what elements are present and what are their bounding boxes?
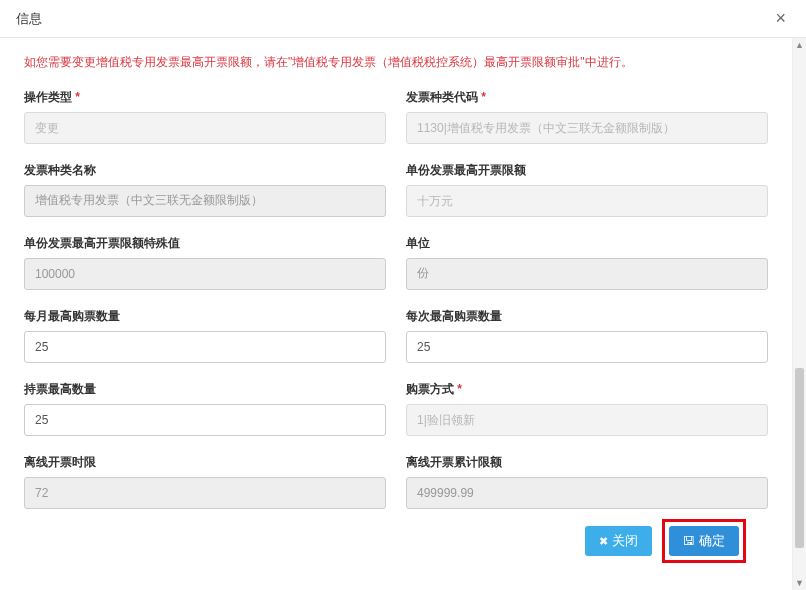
select-max-limit[interactable]: 十万元 bbox=[406, 185, 768, 217]
field-monthly-max: 每月最高购票数量 bbox=[24, 308, 386, 363]
label-invoice-code: 发票种类代码 bbox=[406, 89, 768, 106]
field-per-time-max: 每次最高购票数量 bbox=[406, 308, 768, 363]
notice-text: 如您需要变更增值税专用发票最高开票限额，请在"增值税专用发票（增值税税控系统）最… bbox=[24, 54, 768, 71]
save-icon bbox=[683, 533, 695, 548]
content-area: 如您需要变更增值税专用发票最高开票限额，请在"增值税专用发票（增值税税控系统）最… bbox=[0, 38, 806, 590]
cancel-button[interactable]: 关闭 bbox=[585, 526, 652, 556]
label-buy-method: 购票方式 bbox=[406, 381, 768, 398]
close-x-icon bbox=[599, 533, 608, 548]
field-offline-total: 离线开票累计限额 bbox=[406, 454, 768, 509]
label-unit: 单位 bbox=[406, 235, 768, 252]
confirm-button[interactable]: 确定 bbox=[669, 526, 739, 556]
input-offline-hours[interactable] bbox=[24, 477, 386, 509]
field-invoice-code: 发票种类代码 1130|增值税专用发票（中文三联无金额限制版） bbox=[406, 89, 768, 144]
scroll-down-icon[interactable]: ▼ bbox=[793, 576, 806, 590]
field-invoice-name: 发票种类名称 bbox=[24, 162, 386, 217]
field-op-type: 操作类型 变更 bbox=[24, 89, 386, 144]
field-hold-max: 持票最高数量 bbox=[24, 381, 386, 436]
scrollbar[interactable]: ▲ ▼ bbox=[792, 38, 806, 590]
input-unit[interactable] bbox=[406, 258, 768, 290]
label-per-time-max: 每次最高购票数量 bbox=[406, 308, 768, 325]
modal-body: 如您需要变更增值税专用发票最高开票限额，请在"增值税专用发票（增值税税控系统）最… bbox=[0, 38, 792, 590]
input-hold-max[interactable] bbox=[24, 404, 386, 436]
close-icon[interactable]: × bbox=[771, 4, 790, 33]
scrollbar-thumb[interactable] bbox=[795, 368, 804, 548]
field-max-limit: 单份发票最高开票限额 十万元 bbox=[406, 162, 768, 217]
confirm-highlight: 确定 bbox=[662, 519, 746, 563]
field-offline-hours: 离线开票时限 bbox=[24, 454, 386, 509]
modal-header: 信息 × bbox=[0, 0, 806, 38]
select-buy-method[interactable]: 1|验旧领新 bbox=[406, 404, 768, 436]
field-unit: 单位 bbox=[406, 235, 768, 290]
label-invoice-name: 发票种类名称 bbox=[24, 162, 386, 179]
label-op-type: 操作类型 bbox=[24, 89, 386, 106]
modal-footer: 关闭 确定 bbox=[24, 509, 768, 583]
input-offline-total[interactable] bbox=[406, 477, 768, 509]
label-offline-hours: 离线开票时限 bbox=[24, 454, 386, 471]
select-invoice-code[interactable]: 1130|增值税专用发票（中文三联无金额限制版） bbox=[406, 112, 768, 144]
cancel-button-label: 关闭 bbox=[612, 532, 638, 550]
label-monthly-max: 每月最高购票数量 bbox=[24, 308, 386, 325]
label-hold-max: 持票最高数量 bbox=[24, 381, 386, 398]
label-offline-total: 离线开票累计限额 bbox=[406, 454, 768, 471]
input-monthly-max[interactable] bbox=[24, 331, 386, 363]
input-per-time-max[interactable] bbox=[406, 331, 768, 363]
input-max-limit-special[interactable] bbox=[24, 258, 386, 290]
form-grid: 操作类型 变更 发票种类代码 1130|增值税专用发票（中文三联无金额限制版） … bbox=[24, 89, 768, 509]
scroll-up-icon[interactable]: ▲ bbox=[793, 38, 806, 52]
select-op-type[interactable]: 变更 bbox=[24, 112, 386, 144]
modal-title: 信息 bbox=[16, 10, 42, 28]
label-max-limit-special: 单份发票最高开票限额特殊值 bbox=[24, 235, 386, 252]
field-buy-method: 购票方式 1|验旧领新 bbox=[406, 381, 768, 436]
info-modal: 信息 × 如您需要变更增值税专用发票最高开票限额，请在"增值税专用发票（增值税税… bbox=[0, 0, 806, 590]
input-invoice-name[interactable] bbox=[24, 185, 386, 217]
label-max-limit: 单份发票最高开票限额 bbox=[406, 162, 768, 179]
field-max-limit-special: 单份发票最高开票限额特殊值 bbox=[24, 235, 386, 290]
confirm-button-label: 确定 bbox=[699, 532, 725, 550]
